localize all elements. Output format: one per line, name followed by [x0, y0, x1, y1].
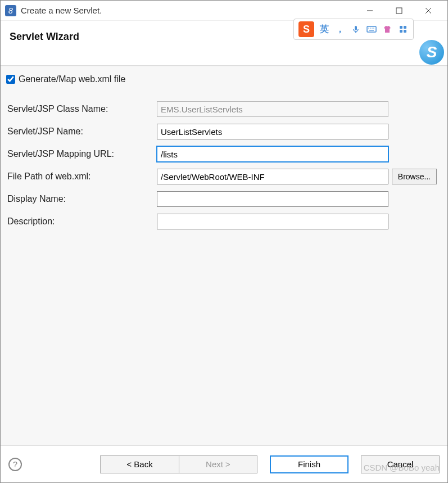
svg-rect-14 — [400, 30, 402, 33]
servlet-name-row: Servlet/JSP Name: — [6, 124, 442, 139]
ime-mic-icon[interactable] — [350, 24, 361, 35]
close-icon — [425, 7, 432, 14]
mapping-url-row: Servlet/JSP Mapping URL: — [6, 146, 442, 162]
ime-language-icon[interactable]: 英 — [319, 24, 330, 35]
svg-point-7 — [368, 28, 369, 29]
maximize-button[interactable] — [392, 4, 406, 17]
class-name-input — [157, 101, 388, 117]
minimize-button[interactable] — [363, 4, 377, 17]
svg-rect-11 — [369, 30, 374, 31]
file-path-row: File Path of web.xml: Browse... — [6, 169, 442, 184]
ime-toolbar: S 英 ， — [293, 19, 414, 40]
app-icon: 8 — [5, 5, 16, 16]
next-button: Next > — [179, 455, 257, 473]
mapping-url-input[interactable] — [157, 146, 388, 162]
servlet-name-label: Servlet/JSP Name: — [6, 127, 157, 137]
file-path-label: File Path of web.xml: — [6, 171, 157, 182]
help-icon[interactable]: ? — [8, 458, 22, 471]
servlet-name-input[interactable] — [157, 124, 388, 139]
titlebar: 8 Create a new Servlet. — [1, 1, 447, 21]
generate-webxml-label[interactable]: Generate/Map web.xml file — [19, 74, 125, 84]
nav-button-pair: < Back Next > — [100, 455, 257, 473]
svg-point-8 — [370, 28, 371, 29]
cancel-button[interactable]: Cancel — [361, 455, 440, 473]
window-title: Create a new Servlet. — [21, 6, 102, 15]
svg-rect-6 — [367, 26, 376, 32]
maximize-icon — [396, 7, 402, 14]
footer-buttons: < Back Next > Finish Cancel — [100, 455, 440, 473]
generate-webxml-checkbox[interactable] — [6, 75, 15, 84]
close-button[interactable] — [422, 4, 435, 17]
browse-button[interactable]: Browse... — [392, 169, 437, 184]
ime-logo-icon[interactable]: S — [298, 21, 314, 37]
wizard-content: Generate/Map web.xml file Servlet/JSP Cl… — [1, 66, 447, 445]
class-name-row: Servlet/JSP Class Name: — [6, 101, 442, 117]
display-name-label: Display Name: — [6, 194, 157, 204]
wizard-footer: ? < Back Next > Finish Cancel — [1, 445, 447, 482]
window-controls — [363, 1, 445, 21]
finish-button[interactable]: Finish — [270, 455, 349, 473]
svg-rect-13 — [404, 26, 406, 29]
minimize-icon — [366, 7, 373, 14]
class-name-label: Servlet/JSP Class Name: — [6, 104, 157, 114]
svg-point-9 — [372, 28, 373, 29]
mapping-url-label: Servlet/JSP Mapping URL: — [6, 149, 157, 159]
svg-rect-1 — [396, 8, 402, 13]
description-row: Description: — [6, 214, 442, 229]
display-name-row: Display Name: — [6, 191, 442, 207]
generate-webxml-row: Generate/Map web.xml file — [6, 74, 442, 84]
file-path-input[interactable] — [157, 169, 388, 184]
svg-point-10 — [373, 28, 374, 29]
ime-punct-icon[interactable]: ， — [334, 24, 346, 35]
description-label: Description: — [6, 216, 157, 227]
svg-rect-4 — [355, 26, 357, 30]
ime-shirt-icon[interactable] — [382, 24, 393, 35]
svg-rect-12 — [400, 26, 402, 29]
back-button[interactable]: < Back — [100, 455, 179, 473]
ime-grid-icon[interactable] — [397, 24, 409, 35]
ime-keyboard-icon[interactable] — [366, 24, 377, 35]
display-name-input[interactable] — [157, 191, 388, 207]
description-input[interactable] — [157, 214, 388, 229]
s-badge-icon[interactable]: S — [419, 40, 444, 65]
svg-rect-15 — [404, 30, 406, 33]
